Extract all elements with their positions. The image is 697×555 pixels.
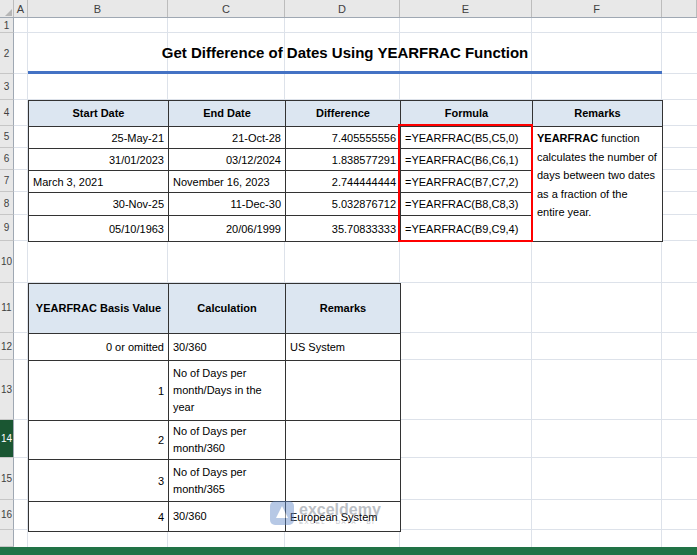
header-end-date[interactable]: End Date	[169, 101, 286, 127]
cell-start-date[interactable]: 05/10/1963	[29, 216, 169, 242]
sheet-title-cell[interactable]: Get Difference of Dates Using YEARFRAC F…	[28, 33, 662, 74]
cell-calculation[interactable]: 30/360	[169, 502, 286, 532]
row-header-6[interactable]: 6	[0, 148, 14, 170]
cell-calculation[interactable]: No of Days per month/365	[169, 460, 286, 502]
cell-calculation[interactable]: 30/360	[169, 334, 286, 361]
column-headers: ABCDEF	[0, 0, 697, 18]
cell-start-date[interactable]: 25-May-21	[29, 127, 169, 149]
row-header-7[interactable]: 7	[0, 170, 14, 192]
row-header-11[interactable]: 11	[0, 283, 14, 333]
column-header-F[interactable]: F	[532, 0, 662, 17]
row-header-12[interactable]: 12	[0, 333, 14, 360]
cell-end-date[interactable]: November 16, 2023	[169, 171, 286, 193]
cell-calculation[interactable]: No of Days per month/360	[169, 421, 286, 460]
cell-end-date[interactable]: 21-Oct-28	[169, 127, 286, 149]
row-header-1[interactable]: 1	[0, 18, 14, 33]
bottom-green-bar	[0, 547, 697, 555]
basis-table: YEARFRAC Basis Value Calculation Remarks…	[28, 283, 401, 532]
header-remarks2[interactable]: Remarks	[286, 284, 401, 334]
column-header-A[interactable]: A	[14, 0, 28, 17]
column-header-E[interactable]: E	[400, 0, 532, 17]
select-all-corner[interactable]	[0, 0, 14, 17]
cell-formula[interactable]: =YEARFRAC(B8,C8,3)	[401, 193, 533, 216]
row-header-4[interactable]: 4	[0, 100, 14, 126]
remarks-text: function calculates the number of days b…	[537, 132, 657, 218]
cell-formula[interactable]: =YEARFRAC(B6,C6,1)	[401, 149, 533, 171]
cell-formula[interactable]: =YEARFRAC(B7,C7,2)	[401, 171, 533, 193]
header-calculation[interactable]: Calculation	[169, 284, 286, 334]
header-difference[interactable]: Difference	[286, 101, 401, 127]
cell-remarks2[interactable]	[286, 460, 401, 502]
cell-difference[interactable]: 7.405555556	[286, 127, 401, 149]
row-header-8[interactable]: 8	[0, 192, 14, 215]
cell-difference[interactable]: 1.838577291	[286, 149, 401, 171]
row-header-14[interactable]: 14	[0, 420, 14, 458]
cell-calculation[interactable]: No of Days per month/Days in the year	[169, 361, 286, 421]
cell-basis-value[interactable]: 0 or omitted	[29, 334, 169, 361]
row-header-9[interactable]: 9	[0, 215, 14, 241]
cell-basis-value[interactable]: 3	[29, 460, 169, 502]
cell-basis-value[interactable]: 2	[29, 421, 169, 460]
cell-start-date[interactable]: 30-Nov-25	[29, 193, 169, 216]
cell-end-date[interactable]: 20/06/1999	[169, 216, 286, 242]
cell-end-date[interactable]: 03/12/2024	[169, 149, 286, 171]
cell-end-date[interactable]: 11-Dec-30	[169, 193, 286, 216]
cell-basis-value[interactable]: 4	[29, 502, 169, 532]
column-header-C[interactable]: C	[168, 0, 285, 17]
select-all-triangle-icon	[5, 9, 12, 16]
cell-difference[interactable]: 35.70833333	[286, 216, 401, 242]
cell-remarks2[interactable]	[286, 421, 401, 460]
cell-remarks2[interactable]: US System	[286, 334, 401, 361]
header-start-date[interactable]: Start Date	[29, 101, 169, 127]
row-header-16[interactable]: 16	[0, 500, 14, 530]
dates-table: Start Date End Date Difference Formula R…	[28, 100, 663, 242]
row-header-13[interactable]: 13	[0, 360, 14, 420]
row-header-3[interactable]: 3	[0, 74, 14, 100]
cell-remarks2[interactable]	[286, 361, 401, 421]
cell-formula[interactable]: =YEARFRAC(B9,C9,4)	[401, 216, 533, 242]
row-headers: 12345678910111213141516	[0, 18, 14, 547]
header-remarks[interactable]: Remarks	[533, 101, 663, 127]
remarks-bold-text: YEARFRAC	[537, 132, 598, 144]
cell-formula[interactable]: =YEARFRAC(B5,C5,0)	[401, 127, 533, 149]
row-header-10[interactable]: 10	[0, 241, 14, 283]
spreadsheet: Get Difference of Dates Using YEARFRAC F…	[0, 0, 697, 555]
cell-basis-value[interactable]: 1	[29, 361, 169, 421]
cell-start-date[interactable]: 31/01/2023	[29, 149, 169, 171]
column-header-D[interactable]: D	[285, 0, 400, 17]
row-header-2[interactable]: 2	[0, 33, 14, 74]
column-header-B[interactable]: B	[28, 0, 168, 17]
row-header-partial	[0, 530, 14, 547]
row-header-5[interactable]: 5	[0, 126, 14, 148]
cell-start-date[interactable]: March 3, 2021	[29, 171, 169, 193]
cell-remarks2[interactable]: European System	[286, 502, 401, 532]
cell-remarks[interactable]: YEARFRAC function calculates the number …	[533, 127, 663, 242]
header-basis-value[interactable]: YEARFRAC Basis Value	[29, 284, 169, 334]
row-header-15[interactable]: 15	[0, 458, 14, 500]
cell-difference[interactable]: 5.032876712	[286, 193, 401, 216]
header-formula[interactable]: Formula	[401, 101, 533, 127]
column-header-partial	[662, 0, 697, 17]
cell-difference[interactable]: 2.744444444	[286, 171, 401, 193]
